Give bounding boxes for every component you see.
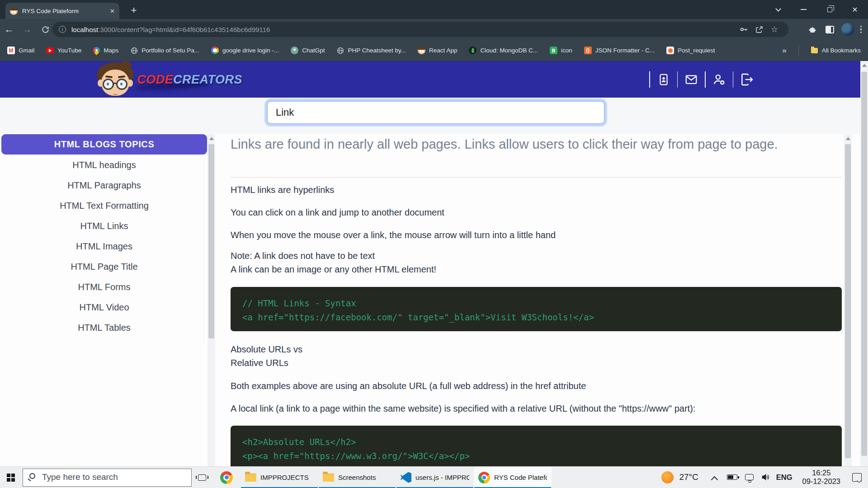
taskbar-tile-vscode[interactable]: users.js - IMPPROJE... xyxy=(396,467,474,488)
sidebar-item-html-tables[interactable]: HTML Tables xyxy=(1,318,207,338)
profile-avatar[interactable] xyxy=(841,23,854,36)
folder-icon xyxy=(245,474,256,482)
bookmark-gmail[interactable]: M Gmail xyxy=(7,47,34,54)
extensions-puzzle-icon[interactable] xyxy=(804,25,821,34)
language-label[interactable]: ENG xyxy=(776,473,793,482)
code-line: <p><a href="https://www.google.com/">Goo… xyxy=(242,463,830,466)
globe-icon xyxy=(337,47,344,54)
bookmark-youtube[interactable]: YouTube xyxy=(46,47,81,54)
sidebar-item-html-video[interactable]: HTML Video xyxy=(1,297,207,318)
chrome-icon xyxy=(220,471,233,484)
window-restore-button[interactable] xyxy=(819,0,840,19)
password-key-icon[interactable] xyxy=(736,25,751,34)
sidebar-item-html-headings[interactable]: HTML headings xyxy=(1,155,207,175)
scroll-up-icon[interactable] xyxy=(862,64,867,67)
reload-button[interactable] xyxy=(36,25,54,34)
code-line: // HTML Links - Syntax xyxy=(242,296,830,310)
youtube-icon xyxy=(46,47,54,53)
site-search-input[interactable] xyxy=(267,101,605,124)
scroll-up-icon[interactable] xyxy=(209,137,214,140)
taskbar-search[interactable] xyxy=(23,469,192,487)
camera-icon[interactable] xyxy=(745,474,754,480)
sidebar-item-html-images[interactable]: HTML Images xyxy=(1,236,207,257)
folder-icon xyxy=(811,48,818,53)
bookmarks-overflow-chevron[interactable]: » xyxy=(782,46,786,55)
action-center-icon[interactable] xyxy=(852,473,862,482)
paragraph-note: Note: A link does not have to be text A … xyxy=(231,249,832,276)
profile-document-icon[interactable] xyxy=(651,73,676,86)
bookmark-react-app[interactable]: React App xyxy=(418,47,457,54)
mongodb-leaf-icon xyxy=(469,47,476,54)
vscode-icon xyxy=(401,472,411,483)
postman-icon xyxy=(666,47,674,54)
address-bar[interactable]: i localhost:3000/content?lag=html&id=64f… xyxy=(52,22,788,37)
bookmark-star-icon[interactable]: ☆ xyxy=(767,24,782,34)
codecreators-logo-icon[interactable] xyxy=(94,62,137,98)
bookmark-chatgpt[interactable]: * ChatGpt xyxy=(291,47,325,54)
forward-button[interactable]: → xyxy=(18,24,36,35)
site-favicon xyxy=(10,7,18,15)
paragraph-local-link: A local link (a link to a page within th… xyxy=(231,402,832,415)
side-panel-icon[interactable] xyxy=(821,26,839,33)
all-bookmarks-button[interactable]: All Bookmarks xyxy=(811,47,861,54)
new-tab-button[interactable]: + xyxy=(127,5,140,17)
content-scrollbar[interactable] xyxy=(844,134,852,466)
bookmark-json-formatter[interactable]: {} JSON Formatter - C... xyxy=(584,47,655,54)
mail-icon[interactable] xyxy=(679,73,704,86)
sidebar-item-html-text-formatting[interactable]: HTML Text Formatting xyxy=(1,196,207,216)
scroll-up-icon[interactable] xyxy=(846,137,850,140)
site-info-icon[interactable]: i xyxy=(59,26,66,33)
taskbar-tile-rys-code[interactable]: RYS Code Platefor... xyxy=(474,467,552,488)
back-button[interactable]: ← xyxy=(0,24,18,35)
start-button[interactable] xyxy=(0,467,22,488)
subheading-absolute-relative: Absolute URLs vs Relative URLs xyxy=(231,343,832,370)
window-minimize-button[interactable] xyxy=(793,0,814,19)
url-text: localhost:3000/content?lag=html&id=64f60… xyxy=(71,26,736,33)
bookmarks-bar: M Gmail YouTube Maps Portfolio of Setu P… xyxy=(0,40,868,61)
react-face-icon xyxy=(418,47,425,54)
bookmark-icon-site[interactable]: B icon xyxy=(550,47,572,54)
window-close-button[interactable]: ✕ xyxy=(844,0,865,19)
browser-tab[interactable]: RYS Code Plateform ✕ xyxy=(5,3,119,19)
add-user-icon[interactable] xyxy=(707,72,732,87)
browser-toolbar: ← → i localhost:3000/content?lag=html&id… xyxy=(0,19,868,40)
screen: RYS Code Plateform ✕ + ✕ ← → i localhost… xyxy=(0,0,868,488)
bookmark-maps[interactable]: Maps xyxy=(93,47,118,54)
google-icon xyxy=(211,47,219,54)
sidebar-item-html-page-title[interactable]: HTML Page Title xyxy=(1,257,207,277)
weather-sun-icon[interactable] xyxy=(661,471,674,483)
gmail-icon: M xyxy=(7,47,15,54)
speaker-icon[interactable] xyxy=(761,473,770,481)
temperature-label[interactable]: 27°C xyxy=(679,472,698,482)
page-body: HTML BLOGS TOPICS HTML headings HTML Par… xyxy=(0,133,868,466)
share-icon[interactable] xyxy=(751,25,767,34)
bookmarks-divider xyxy=(798,46,799,56)
browser-scrollbar[interactable] xyxy=(860,61,868,466)
bookmark-mongodb[interactable]: Cloud: MongoDB C... xyxy=(469,47,538,54)
taskbar-tile-screenshots[interactable]: Screenshots xyxy=(318,467,396,488)
taskbar-tile-impprojects[interactable]: IMPPROJECTS xyxy=(241,467,318,488)
bookmark-portfolio[interactable]: Portfolio of Setu Pa... xyxy=(130,47,199,54)
clock[interactable]: 16:25 09-12-2023 xyxy=(802,469,840,486)
tab-close-icon[interactable]: ✕ xyxy=(110,8,115,14)
bookmark-google-drive[interactable]: google drive login -... xyxy=(211,47,279,54)
site-logo-text[interactable]: CODECREATORS xyxy=(137,73,242,87)
taskbar-chrome-button[interactable] xyxy=(212,467,241,488)
paragraph-hyperlinks: HTML links are hyperlinks xyxy=(231,183,832,197)
task-view-button[interactable] xyxy=(192,467,212,488)
content-heading: Links are found in nearly all web pages.… xyxy=(231,134,823,154)
sidebar-item-html-links[interactable]: HTML Links xyxy=(1,216,207,236)
browser-menu-icon[interactable] xyxy=(860,26,862,33)
tab-search-chevron-icon[interactable] xyxy=(768,0,788,19)
tray-chevron-up-icon[interactable] xyxy=(711,476,718,483)
bookmark-post-request[interactable]: Post_requiest xyxy=(666,47,715,54)
sidebar-item-html-forms[interactable]: HTML Forms xyxy=(1,277,207,297)
taskbar-search-input[interactable] xyxy=(42,469,187,486)
header-separator xyxy=(677,71,678,88)
paragraph-absolute-url: Both examples above are using an absolut… xyxy=(231,379,832,393)
bookmark-php-cheatsheet[interactable]: PHP Cheatsheet by... xyxy=(337,47,406,54)
battery-icon[interactable] xyxy=(727,474,737,480)
sidebar-scrollbar[interactable] xyxy=(208,134,215,466)
logout-icon[interactable] xyxy=(734,72,760,87)
sidebar-item-html-paragraphs[interactable]: HTML Paragraphs xyxy=(1,175,207,196)
